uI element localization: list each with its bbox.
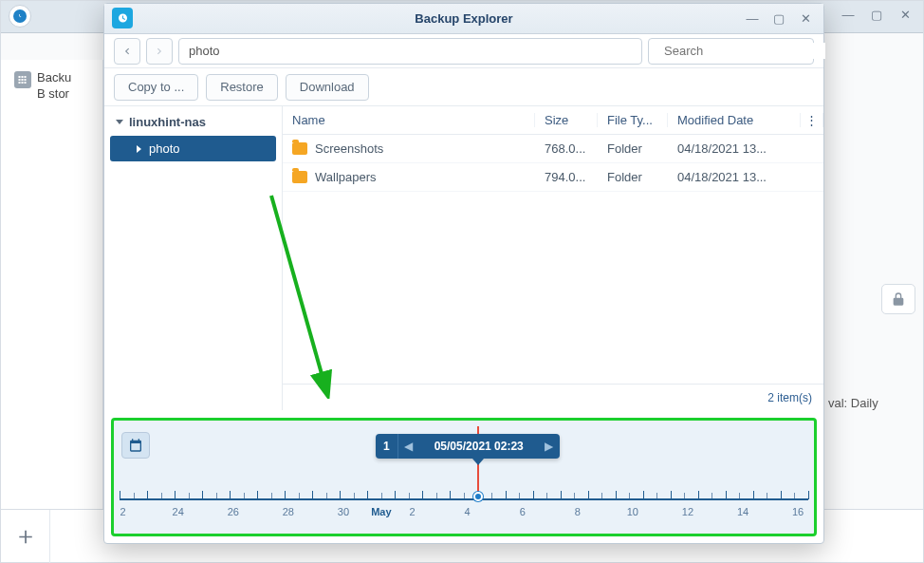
app-icon — [112, 8, 133, 28]
window-title: Backup Explorer — [415, 11, 512, 26]
col-date[interactable]: Modified Date — [668, 113, 801, 127]
version-count: 1 — [376, 434, 398, 459]
breadcrumb[interactable]: photo — [178, 38, 642, 65]
folder-icon — [292, 171, 307, 183]
bg-close-button[interactable]: ✕ — [893, 4, 917, 25]
timeline-next-button[interactable]: ▶ — [539, 434, 560, 459]
tick-label: 16 — [792, 506, 804, 517]
timeline-date: 05/05/2021 02:23 — [419, 434, 539, 459]
tick-label: 2 — [120, 506, 126, 517]
maximize-button[interactable]: ▢ — [767, 8, 791, 28]
tree-item-photo[interactable]: photo — [110, 136, 276, 161]
copy-to-button[interactable]: Copy to ... — [114, 74, 198, 101]
tick-label: 26 — [228, 506, 239, 517]
timeline-ruler[interactable] — [120, 495, 808, 502]
task-label-1: Backu — [37, 70, 71, 84]
bg-maximize-button[interactable]: ▢ — [864, 4, 889, 25]
calendar-grid-icon — [14, 71, 31, 88]
tick-label: 4 — [465, 506, 471, 517]
tick-label: 24 — [173, 506, 184, 517]
search-box[interactable] — [648, 38, 814, 65]
tick-label: 14 — [737, 506, 748, 517]
chevron-right-icon — [137, 145, 141, 153]
tick-label: 8 — [575, 506, 581, 517]
folder-tree: linuxhint-nas photo — [104, 106, 283, 410]
schedule-info: val: Daily — [828, 396, 878, 410]
tick-label: 6 — [520, 506, 526, 517]
tick-label: 28 — [283, 506, 294, 517]
tick-label: 30 — [338, 506, 349, 517]
minimize-button[interactable]: — — [740, 8, 765, 28]
table-row[interactable]: Wallpapers794.0...Folder04/18/2021 13... — [283, 163, 823, 192]
calendar-button[interactable] — [121, 432, 150, 459]
bg-minimize-button[interactable]: — — [836, 4, 860, 25]
tree-root[interactable]: linuxhint-nas — [110, 110, 276, 134]
badge-pointer-icon — [472, 459, 484, 465]
chevron-down-icon — [116, 120, 123, 124]
download-button[interactable]: Download — [286, 74, 369, 101]
folder-icon — [292, 142, 307, 155]
task-item[interactable]: Backu B stor — [37, 69, 71, 102]
column-headers: Name Size File Ty... Modified Date ⋮ — [283, 106, 823, 135]
col-name[interactable]: Name — [283, 113, 535, 127]
add-button[interactable]: ＋ — [1, 510, 50, 563]
close-button[interactable]: ✕ — [793, 8, 818, 28]
tick-label: 12 — [682, 506, 693, 517]
tick-label: 10 — [627, 506, 638, 517]
timeline-marker[interactable] — [473, 492, 483, 501]
nav-forward-button[interactable] — [146, 38, 173, 65]
timeline-date-badge: 1 ◀ 05/05/2021 02:23 ▶ — [376, 434, 560, 459]
col-more-icon[interactable]: ⋮ — [801, 113, 823, 127]
tick-label: 2 — [409, 506, 415, 517]
restore-button[interactable]: Restore — [206, 74, 278, 101]
lock-button[interactable] — [881, 284, 915, 314]
col-size[interactable]: Size — [535, 113, 598, 127]
item-count: 2 item(s) — [283, 384, 823, 410]
col-type[interactable]: File Ty... — [598, 113, 668, 127]
table-row[interactable]: Screenshots768.0...Folder04/18/2021 13..… — [283, 135, 823, 163]
tick-label: May — [371, 506, 391, 517]
nav-back-button[interactable] — [114, 38, 140, 65]
timeline-panel: 1 ◀ 05/05/2021 02:23 ▶ 224262830May24681… — [111, 418, 817, 536]
backup-explorer-window: Backup Explorer — ▢ ✕ photo Copy to ... … — [103, 3, 824, 544]
timeline-prev-button[interactable]: ◀ — [398, 434, 419, 459]
search-input[interactable] — [662, 43, 825, 59]
task-label-2: B stor — [37, 86, 69, 101]
app-logo-icon — [9, 5, 31, 28]
